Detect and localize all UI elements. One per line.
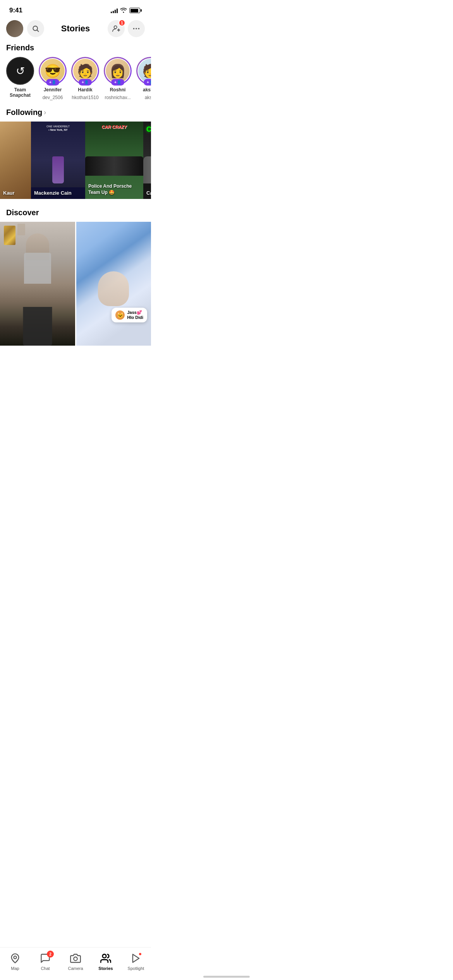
header-right: 1 (108, 20, 145, 37)
police-title: Police And Porsche Team Up 🤩 (88, 183, 132, 195)
search-button[interactable] (27, 20, 44, 37)
kaur-name: Kaur (3, 190, 15, 196)
discover-grid: 🐱 Jass💕 Hlo Didi (0, 222, 151, 377)
hardik-avatar-wrap: 🧑 +👤 (71, 57, 99, 85)
kaur-label: Kaur (3, 190, 28, 196)
roshni-add-friend: +👤 (111, 79, 124, 86)
sticker-text: Jass💕 Hlo Didi (127, 310, 143, 320)
status-bar: 9:41 (0, 0, 151, 19)
roshni-avatar-wrap: 👩 +👤 (104, 57, 132, 85)
user-avatar[interactable] (6, 20, 23, 37)
mackenzie-name: Mackenzie Cain (34, 190, 72, 196)
bar3 (115, 10, 116, 13)
jennifer-add-friend: +👤 (46, 79, 59, 86)
signal-bars-icon (111, 8, 118, 13)
more-icon (132, 24, 141, 33)
add-friend-icon (112, 24, 120, 33)
following-card-mackenzie[interactable]: ONE VANDERBILT • New York, NY Mackenzie … (31, 122, 85, 199)
story-item-roshni[interactable]: 👩 +👤 Roshni roshnichav... (104, 57, 132, 100)
notification-badge: 1 (118, 19, 125, 26)
sticker-avatar-icon: 🐱 (115, 310, 125, 320)
status-time: 9:41 (9, 7, 22, 14)
page-title: Stories (61, 24, 90, 34)
search-icon (32, 25, 39, 33)
car-crazy-logo: CAR CRAZY (85, 125, 143, 129)
friends-section-title: Friends (0, 40, 151, 57)
header-left (6, 20, 44, 37)
add-friend-button[interactable]: 1 (108, 20, 125, 37)
battery-icon (129, 8, 142, 13)
hardik-name: Hardik (78, 87, 92, 93)
mackenzie-location: ONE VANDERBILT • New York, NY (46, 125, 70, 132)
ak-add-friend: +👤 (144, 79, 151, 86)
wifi-icon (120, 7, 127, 14)
discover-card-2[interactable]: 🐱 Jass💕 Hlo Didi (76, 222, 151, 346)
ak-name: akshat (143, 87, 151, 93)
story-item-hardik[interactable]: 🧑 +👤 Hardik hkothari1510 (71, 57, 99, 100)
cars-title: Car Show Regrets (146, 190, 151, 196)
discover-card-1[interactable] (0, 222, 75, 346)
friends-stories-list: ↺ TeamSnapchat 😎 +👤 Jennifer dev_2506 🧑 … (0, 57, 151, 106)
bar4 (117, 9, 118, 13)
header: Stories 1 (0, 19, 151, 40)
roshni-username: roshnichav... (105, 95, 130, 100)
team-snapchat-avatar: ↺ (6, 57, 34, 85)
discover-section-title: Discover (0, 205, 151, 222)
police-label: Police And Porsche Team Up 🤩 (88, 183, 140, 196)
jennifer-avatar-wrap: 😎 +👤 (39, 57, 67, 85)
following-chevron-icon: › (44, 108, 46, 117)
hardik-username: hkothari1510 (72, 95, 98, 100)
sticker-overlay: 🐱 Jass💕 Hlo Didi (112, 308, 147, 322)
svg-point-8 (138, 28, 140, 29)
cars-label: Car Show Regrets (146, 190, 151, 196)
story-item-ak[interactable]: 🧑 +👤 akshat aks... (136, 57, 151, 100)
bar1 (111, 12, 112, 13)
ak-avatar-wrap: 🧑 +👤 (136, 57, 151, 85)
following-title: Following (6, 108, 42, 117)
story-name-team-snapchat: TeamSnapchat (10, 87, 31, 98)
ak-username: aks... (145, 95, 151, 100)
following-stories-list: Kaur ONE VANDERBILT • New York, NY Macke… (0, 122, 151, 205)
more-button[interactable] (128, 20, 145, 37)
story-item-jennifer[interactable]: 😎 +👤 Jennifer dev_2506 (39, 57, 67, 100)
following-card-kaur[interactable]: Kaur (0, 122, 31, 199)
jennifer-name: Jennifer (44, 87, 62, 93)
svg-point-6 (133, 28, 135, 29)
status-icons (111, 7, 142, 14)
mackenzie-label: Mackenzie Cain (34, 190, 82, 196)
cars-logo-text: CARS (146, 125, 151, 134)
following-header[interactable]: Following › (0, 106, 151, 122)
roshni-name: Roshni (110, 87, 126, 93)
svg-point-3 (114, 26, 117, 29)
svg-point-7 (136, 28, 137, 29)
following-card-cars[interactable]: CARS Car Show Regrets (143, 122, 151, 199)
refresh-icon: ↺ (16, 65, 25, 77)
hardik-add-friend: +👤 (79, 79, 92, 86)
jennifer-username: dev_2506 (43, 95, 63, 100)
following-card-police[interactable]: CAR CRAZY Police And Porsche Team Up 🤩 (85, 122, 143, 199)
story-item-team-snapchat[interactable]: ↺ TeamSnapchat (6, 57, 34, 100)
svg-line-2 (37, 30, 39, 32)
bar2 (113, 11, 114, 13)
